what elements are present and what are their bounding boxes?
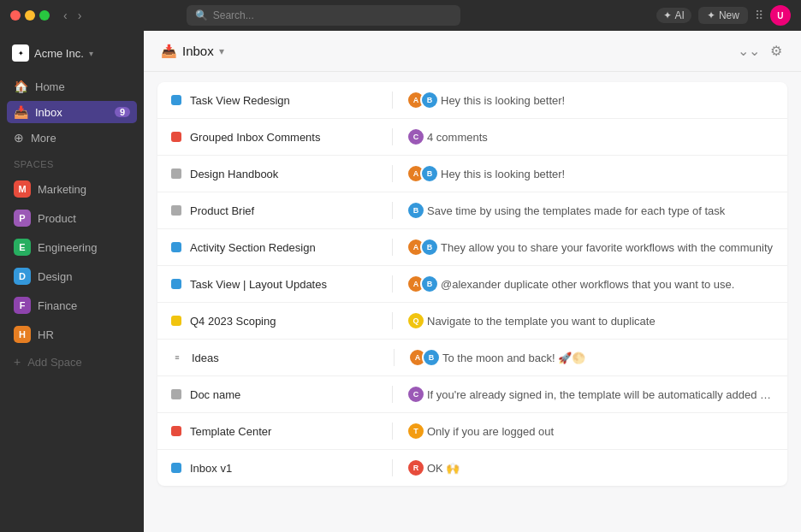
space-dot-marketing: M (14, 180, 31, 198)
sidebar-item-inbox[interactable]: 📥 Inbox 9 (7, 101, 137, 123)
space-label-engineering: Engineering (38, 241, 97, 254)
comment-text: Navigate to the template you want to dup… (427, 315, 656, 328)
task-name: Activity Section Redesign (190, 241, 378, 254)
task-divider (392, 128, 393, 145)
maximize-button[interactable] (39, 10, 50, 21)
new-label: New (719, 9, 739, 21)
inbox-card: Task View Redesign A B Hey this is looki… (157, 82, 787, 486)
sidebar-item-more[interactable]: ⊕ More (7, 127, 137, 149)
task-name: Inbox v1 (190, 462, 378, 475)
comment-avatars: C (406, 127, 420, 146)
workspace-logo: ✦ (12, 44, 29, 62)
space-label-finance: Finance (38, 299, 77, 312)
task-name: Q4 2023 Scoping (190, 315, 378, 328)
task-comment: A B To the moon and back! 🚀🌕 (408, 348, 774, 367)
comment-avatars: R (406, 458, 420, 477)
forward-button[interactable]: › (74, 7, 86, 24)
task-comment: A B Hey this is looking better! (406, 164, 774, 183)
task-name: Ideas (192, 352, 380, 364)
task-name: Design Handbook (190, 168, 378, 180)
space-item-finance[interactable]: F Finance (7, 293, 137, 318)
task-comment: R OK 🙌 (406, 458, 774, 477)
avatar: B (420, 164, 439, 183)
close-button[interactable] (10, 10, 21, 21)
space-dot-finance: F (14, 297, 31, 314)
task-comment: Q Navigate to the template you want to d… (406, 311, 774, 330)
task-indicator (171, 279, 181, 289)
inbox-list: Task View Redesign A B Hey this is looki… (144, 72, 801, 532)
task-name: Template Center (190, 425, 378, 438)
back-button[interactable]: ‹ (60, 7, 71, 24)
inbox-title-icon: 📥 (161, 44, 177, 59)
search-icon: 🔍 (195, 9, 208, 21)
avatar: B (422, 348, 441, 367)
search-placeholder: Search... (213, 9, 254, 21)
comment-text: Hey this is looking better! (441, 168, 565, 180)
task-indicator (171, 426, 181, 436)
avatar: C (406, 127, 425, 146)
space-item-marketing[interactable]: M Marketing (7, 176, 137, 202)
minimize-button[interactable] (25, 10, 35, 21)
space-item-design[interactable]: D Design (7, 263, 137, 289)
ai-badge[interactable]: ✦ AI (656, 8, 691, 23)
sidebar-item-home[interactable]: 🏠 Home (7, 75, 137, 98)
avatar: T (406, 422, 425, 440)
inbox-title-chevron-icon[interactable]: ▾ (219, 45, 224, 57)
task-divider (392, 275, 393, 293)
task-comment: C 4 comments (406, 127, 774, 146)
new-button[interactable]: ✦ New (698, 7, 748, 24)
space-item-hr[interactable]: H HR (7, 322, 137, 347)
task-comment: A B They allow you to share your favorit… (406, 238, 774, 257)
task-indicator (171, 389, 181, 399)
more-icon: ⊕ (14, 131, 24, 145)
space-item-product[interactable]: P Product (7, 205, 137, 231)
inbox-row[interactable]: Q4 2023 Scoping Q Navigate to the templa… (157, 303, 787, 340)
collapse-button[interactable]: ⌄⌄ (736, 41, 762, 61)
comment-text: To the moon and back! 🚀🌕 (442, 352, 585, 364)
inbox-row[interactable]: ≡ Ideas A B To the moon and back! 🚀🌕 (157, 340, 787, 376)
workspace-selector[interactable]: ✦ Acme Inc. ▾ (7, 41, 137, 65)
comment-text: They allow you to share your favorite wo… (441, 241, 773, 254)
avatar: R (406, 458, 425, 477)
search-bar[interactable]: 🔍 Search... (187, 5, 460, 26)
inbox-row[interactable]: Task View | Layout Updates A B @alexande… (157, 266, 787, 303)
avatar: Q (406, 311, 425, 330)
content-area: 📥 Inbox ▾ ⌄⌄ ⚙ Task View Redesign A (144, 31, 801, 532)
task-divider (392, 239, 393, 256)
nav-buttons: ‹ › (60, 7, 85, 24)
task-name: Grouped Inbox Comments (190, 131, 378, 144)
inbox-row[interactable]: Task View Redesign A B Hey this is looki… (157, 82, 787, 119)
task-divider (392, 386, 393, 403)
comment-avatars: A B (406, 238, 434, 257)
user-avatar[interactable]: U (770, 5, 791, 26)
workspace-chevron-icon: ▾ (89, 49, 93, 58)
inbox-icon: 📥 (14, 105, 28, 119)
inbox-row[interactable]: Design Handbook A B Hey this is looking … (157, 156, 787, 192)
space-item-engineering[interactable]: E Engineering (7, 234, 137, 260)
comment-text: Save time by using the templates made fo… (427, 204, 725, 217)
space-label-marketing: Marketing (38, 183, 86, 196)
add-space-button[interactable]: + Add Space (7, 351, 137, 373)
task-comment: A B @alexander duplicate other workflows… (406, 275, 774, 293)
settings-button[interactable]: ⚙ (768, 41, 784, 61)
avatar: B (420, 91, 439, 109)
titlebar-right: ✦ AI ✦ New ⠿ U (656, 5, 791, 26)
titlebar: ‹ › 🔍 Search... ✦ AI ✦ New ⠿ U (0, 0, 801, 31)
inbox-row[interactable]: Activity Section Redesign A B They allow… (157, 229, 787, 266)
inbox-row[interactable]: Inbox v1 R OK 🙌 (157, 450, 787, 486)
inbox-row[interactable]: Grouped Inbox Comments C 4 comments (157, 119, 787, 156)
space-dot-hr: H (14, 326, 31, 343)
task-comment: A B Hey this is looking better! (406, 91, 774, 109)
inbox-row[interactable]: Template Center T Only if you are logged… (157, 413, 787, 450)
task-comment: C If you're already signed in, the templ… (406, 385, 774, 404)
task-indicator (171, 316, 181, 326)
inbox-row[interactable]: Product Brief B Save time by using the t… (157, 192, 787, 229)
comment-avatars: A B (406, 164, 434, 183)
inbox-row[interactable]: Doc name C If you're already signed in, … (157, 376, 787, 413)
task-name: Doc name (190, 388, 378, 401)
workspace-name: Acme Inc. (34, 47, 84, 60)
task-divider (392, 165, 393, 182)
task-indicator (171, 463, 181, 473)
avatar: B (420, 275, 439, 293)
apps-icon[interactable]: ⠿ (755, 9, 763, 22)
